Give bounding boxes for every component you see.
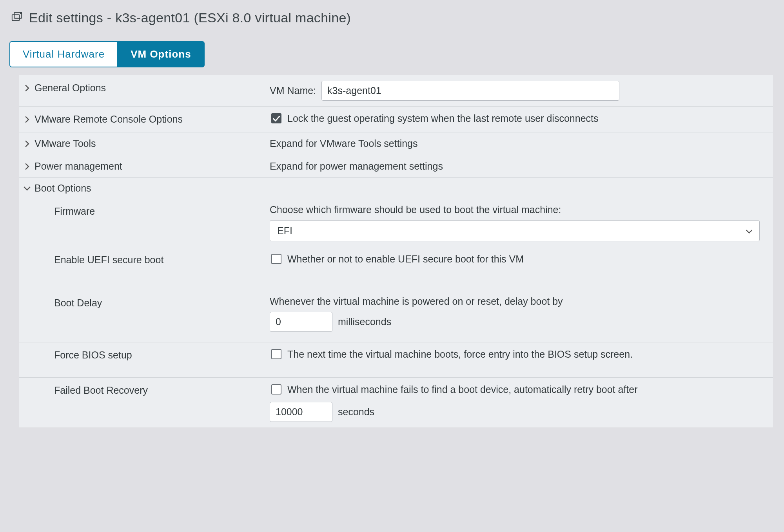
dialog-title-bar: Edit settings - k3s-agent01 (ESXi 8.0 vi…	[8, 8, 784, 33]
label-boot-options: Boot Options	[34, 183, 91, 194]
row-boot-delay: Boot Delay Whenever the virtual machine …	[19, 290, 773, 342]
chevron-right-icon	[23, 163, 31, 170]
firmware-select[interactable]: EFI	[270, 220, 760, 241]
force-bios-description: The next time the virtual machine boots,…	[287, 349, 633, 360]
power-management-summary: Expand for power management settings	[270, 161, 765, 172]
vm-name-label: VM Name:	[270, 85, 316, 96]
row-boot-options: Boot Options	[19, 178, 773, 199]
settings-panel: General Options VM Name: VMware Remote C…	[19, 75, 773, 427]
row-secure-boot: Enable UEFI secure boot Whether or not t…	[19, 247, 773, 290]
chevron-down-icon	[23, 186, 31, 191]
label-secure-boot-cell: Enable UEFI secure boot	[19, 247, 270, 273]
expander-power-management[interactable]: Power management	[19, 155, 270, 177]
failed-boot-description: When the virtual machine fails to find a…	[287, 384, 638, 395]
failed-boot-unit: seconds	[338, 406, 374, 418]
boot-delay-input[interactable]	[270, 312, 332, 332]
boot-delay-unit: milliseconds	[338, 316, 391, 328]
tab-vm-options[interactable]: VM Options	[117, 41, 204, 67]
label-boot-delay: Boot Delay	[54, 297, 102, 309]
label-boot-delay-cell: Boot Delay	[19, 290, 270, 316]
expander-remote-console[interactable]: VMware Remote Console Options	[19, 107, 270, 132]
label-power-management: Power management	[34, 161, 122, 172]
row-remote-console: VMware Remote Console Options Lock the g…	[19, 107, 773, 132]
tabs: Virtual Hardware VM Options	[9, 41, 784, 67]
lock-guest-os-checkbox[interactable]	[271, 113, 281, 123]
vm-name-input[interactable]	[321, 81, 619, 101]
label-firmware-cell: Firmware	[19, 199, 270, 224]
lock-guest-os-label: Lock the guest operating system when the…	[287, 113, 598, 124]
chevron-right-icon	[23, 116, 31, 123]
row-vmware-tools: VMware Tools Expand for VMware Tools set…	[19, 132, 773, 155]
label-general-options: General Options	[34, 82, 106, 94]
row-force-bios: Force BIOS setup The next time the virtu…	[19, 342, 773, 378]
boot-delay-description: Whenever the virtual machine is powered …	[270, 296, 765, 307]
dialog-title: Edit settings - k3s-agent01 (ESXi 8.0 vi…	[29, 10, 351, 25]
label-vmware-tools: VMware Tools	[34, 138, 96, 149]
chevron-right-icon	[23, 85, 31, 92]
svg-rect-0	[12, 14, 20, 20]
row-power-management: Power management Expand for power manage…	[19, 155, 773, 178]
tab-virtual-hardware[interactable]: Virtual Hardware	[9, 41, 117, 67]
force-bios-checkbox[interactable]	[271, 349, 281, 359]
label-secure-boot: Enable UEFI secure boot	[54, 254, 163, 266]
failed-boot-checkbox[interactable]	[271, 384, 281, 394]
secure-boot-description: Whether or not to enable UEFI secure boo…	[287, 253, 524, 265]
chevron-right-icon	[23, 140, 31, 147]
label-failed-boot-cell: Failed Boot Recovery	[19, 378, 270, 403]
label-force-bios: Force BIOS setup	[54, 349, 132, 361]
label-firmware: Firmware	[54, 206, 95, 217]
row-general-options: General Options VM Name:	[19, 75, 773, 107]
expander-general-options[interactable]: General Options	[19, 75, 270, 101]
expander-vmware-tools[interactable]: VMware Tools	[19, 132, 270, 155]
svg-point-2	[20, 11, 22, 14]
edit-settings-dialog: Edit settings - k3s-agent01 (ESXi 8.0 vi…	[0, 0, 784, 532]
row-failed-boot-recovery: Failed Boot Recovery When the virtual ma…	[19, 378, 773, 427]
expander-boot-options[interactable]: Boot Options	[19, 178, 270, 199]
label-remote-console: VMware Remote Console Options	[34, 114, 183, 125]
failed-boot-delay-input[interactable]	[270, 402, 332, 422]
row-firmware: Firmware Choose which firmware should be…	[19, 199, 773, 247]
firmware-description: Choose which firmware should be used to …	[270, 204, 765, 215]
vmware-tools-summary: Expand for VMware Tools settings	[270, 138, 765, 149]
label-force-bios-cell: Force BIOS setup	[19, 342, 270, 368]
label-failed-boot: Failed Boot Recovery	[54, 385, 148, 396]
vm-settings-icon	[11, 11, 23, 25]
secure-boot-checkbox[interactable]	[271, 254, 281, 264]
